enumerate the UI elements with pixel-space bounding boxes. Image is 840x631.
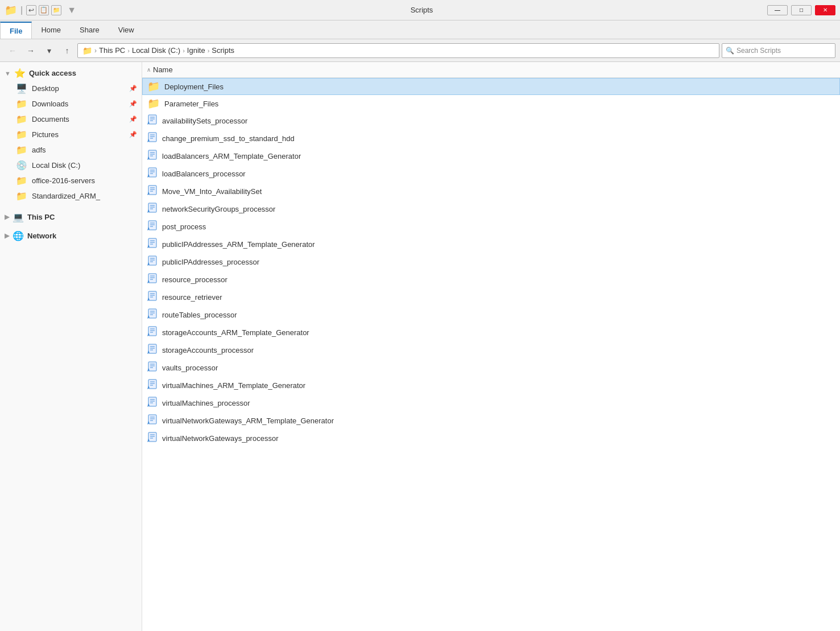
script-icon [147, 132, 158, 145]
file-row-3[interactable]: loadBalancers_processor [142, 165, 840, 183]
file-name: loadBalancers_processor [162, 170, 246, 178]
properties-button[interactable]: 📋 [39, 5, 49, 15]
maximize-button[interactable]: □ [791, 5, 812, 15]
sidebar-item-label: Standardized_ARM_ [32, 192, 100, 200]
file-row-12[interactable]: storageAccounts_ARM_Template_Generator [142, 324, 840, 341]
search-icon: 🔍 [726, 47, 734, 55]
sidebar-item-adfs[interactable]: 📁 adfs [0, 142, 142, 158]
svg-rect-40 [148, 256, 156, 265]
undo-button[interactable]: ↩ [26, 5, 36, 15]
folder-row-deployment[interactable]: 📁 Deployment_Files [142, 78, 840, 95]
pictures-icon: 📁 [16, 129, 27, 140]
script-icon [147, 255, 158, 269]
file-name: virtualNetworkGateways_ARM_Template_Gene… [162, 416, 334, 425]
new-folder-button[interactable]: 📁 [51, 5, 61, 15]
file-name: vaults_processor [162, 364, 218, 372]
tab-file[interactable]: File [0, 22, 32, 39]
svg-rect-5 [148, 133, 156, 142]
file-row-16[interactable]: virtualMachines_processor [142, 394, 840, 412]
file-name: change_premium_ssd_to_standard_hdd [162, 134, 295, 143]
this-pc-label: This PC [27, 213, 55, 221]
file-name: resource_retriever [162, 293, 222, 302]
quick-access-header[interactable]: ▼ ⭐ Quick access [0, 64, 142, 81]
script-icon [147, 361, 158, 374]
sidebar-item-downloads[interactable]: 📁 Downloads 📌 [0, 96, 142, 112]
file-row-14[interactable]: vaults_processor [142, 359, 840, 377]
address-sep3: › [208, 47, 210, 54]
file-name: routeTables_processor [162, 311, 237, 319]
address-bar-area: ← → ▾ ↑ 📁 › This PC › Local Disk (C:) › … [0, 39, 840, 62]
file-row-5[interactable]: networkSecurityGroups_processor [142, 200, 840, 218]
file-row-17[interactable]: virtualNetworkGateways_ARM_Template_Gene… [142, 412, 840, 430]
svg-rect-25 [148, 203, 156, 212]
script-icon [147, 150, 158, 163]
svg-rect-30 [148, 221, 156, 230]
tab-view[interactable]: View [109, 20, 144, 39]
file-name: Move_VM_Into_AvailabilitySet [162, 187, 262, 196]
network-collapse-icon: ▶ [5, 232, 9, 240]
documents-icon: 📁 [16, 114, 27, 125]
svg-rect-55 [148, 309, 156, 318]
folder-row-parameter[interactable]: 📁 Parameter_Files [142, 95, 840, 112]
localdisk-icon: 💿 [16, 160, 27, 171]
sidebar-item-standardized[interactable]: 📁 Standardized_ARM_ [0, 188, 142, 204]
file-row-18[interactable]: virtualNetworkGateways_processor [142, 430, 840, 447]
sidebar-item-pictures[interactable]: 📁 Pictures 📌 [0, 127, 142, 142]
file-row-2[interactable]: loadBalancers_ARM_Template_Generator [142, 147, 840, 165]
file-name: storageAccounts_ARM_Template_Generator [162, 328, 309, 337]
svg-rect-15 [148, 168, 156, 177]
sidebar-item-label: Documents [32, 115, 69, 123]
script-icon [147, 273, 158, 286]
tab-share[interactable]: Share [71, 20, 109, 39]
file-row-1[interactable]: change_premium_ssd_to_standard_hdd [142, 130, 840, 147]
svg-rect-85 [148, 415, 156, 424]
sidebar-item-localdisk[interactable]: 💿 Local Disk (C:) [0, 158, 142, 173]
sidebar-item-office[interactable]: 📁 office-2016-servers [0, 173, 142, 188]
svg-rect-20 [148, 185, 156, 195]
file-row-10[interactable]: resource_retriever [142, 288, 840, 306]
sidebar-item-desktop[interactable]: 🖥️ Desktop 📌 [0, 81, 142, 96]
folder-name: Deployment_Files [164, 83, 224, 91]
breadcrumb-localdisk[interactable]: Local Disk (C:) [132, 46, 180, 55]
svg-rect-70 [148, 362, 156, 371]
file-row-13[interactable]: storageAccounts_processor [142, 341, 840, 359]
breadcrumb-thispc[interactable]: This PC [99, 46, 125, 55]
file-row-9[interactable]: resource_processor [142, 271, 840, 288]
file-row-6[interactable]: post_process [142, 218, 840, 236]
minimize-button[interactable]: — [767, 5, 788, 15]
file-name: availabilitySets_processor [162, 117, 247, 125]
svg-rect-35 [148, 238, 156, 248]
svg-rect-45 [148, 274, 156, 283]
file-row-11[interactable]: routeTables_processor [142, 306, 840, 324]
svg-rect-75 [148, 380, 156, 389]
forward-button[interactable]: → [23, 43, 39, 59]
file-row-15[interactable]: virtualMachines_ARM_Template_Generator [142, 377, 840, 394]
title-divider: | [20, 5, 23, 15]
sidebar-item-documents[interactable]: 📁 Documents 📌 [0, 112, 142, 127]
address-bar[interactable]: 📁 › This PC › Local Disk (C:) › Ignite ›… [77, 43, 719, 58]
back-button[interactable]: ← [5, 43, 20, 59]
tab-home[interactable]: Home [32, 20, 71, 39]
search-box[interactable]: 🔍 Search Scripts [722, 43, 835, 58]
up-button[interactable]: ↑ [59, 43, 75, 59]
this-pc-header[interactable]: ▶ 💻 This PC [0, 208, 142, 225]
address-sep0: › [94, 47, 97, 55]
recent-locations-button[interactable]: ▾ [41, 43, 57, 59]
script-icon [147, 308, 158, 321]
file-name: publicIPAddresses_processor [162, 258, 259, 266]
network-header[interactable]: ▶ 🌐 Network [0, 227, 142, 244]
file-name: publicIPAddresses_ARM_Template_Generator [162, 240, 315, 249]
script-icon [147, 185, 158, 198]
file-row-7[interactable]: publicIPAddresses_ARM_Template_Generator [142, 236, 840, 253]
breadcrumb-ignite[interactable]: Ignite [187, 46, 205, 55]
script-icon [147, 220, 158, 233]
close-button[interactable]: ✕ [815, 5, 835, 15]
file-row-8[interactable]: publicIPAddresses_processor [142, 253, 840, 271]
script-icon [147, 114, 158, 127]
sidebar-item-label: Local Disk (C:) [32, 161, 80, 170]
file-row-0[interactable]: availabilitySets_processor [142, 112, 840, 130]
network-label: Network [27, 232, 56, 240]
file-row-4[interactable]: Move_VM_Into_AvailabilitySet [142, 183, 840, 200]
script-icon [147, 379, 158, 392]
svg-rect-90 [148, 432, 156, 442]
